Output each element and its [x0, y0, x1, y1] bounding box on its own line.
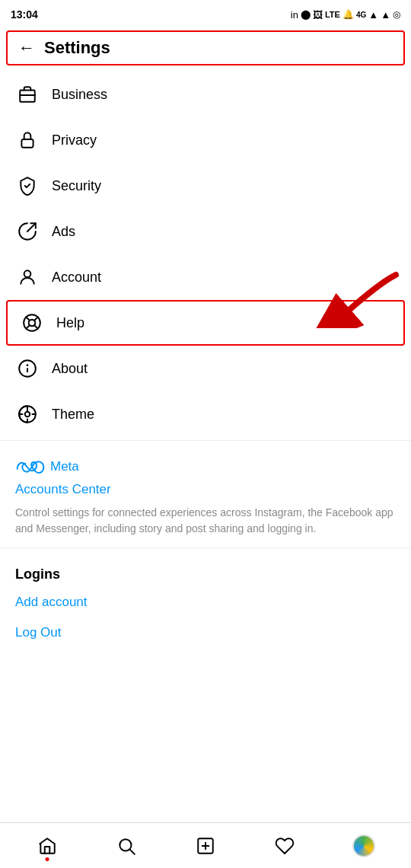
settings-menu: Business Privacy Security: [0, 72, 411, 437]
profile-avatar: [352, 834, 375, 857]
menu-item-ads[interactable]: Ads: [0, 209, 411, 254]
nav-profile[interactable]: [346, 828, 382, 864]
divider: [0, 440, 411, 441]
theme-icon: [15, 402, 40, 426]
svg-rect-0: [20, 91, 35, 102]
svg-point-3: [24, 270, 31, 277]
settings-header: ← Settings: [6, 30, 405, 65]
help-icon: [20, 311, 44, 335]
privacy-icon: [15, 128, 40, 152]
signal2-icon: ▲: [381, 9, 390, 21]
menu-item-security[interactable]: Security: [0, 163, 411, 209]
menu-item-help[interactable]: Help: [6, 300, 405, 346]
meta-description: Control settings for connected experienc…: [15, 505, 396, 537]
lte-icon: LTE: [325, 10, 340, 19]
status-time: 13:04: [11, 8, 38, 21]
svg-line-8: [35, 326, 38, 329]
image-icon: 🖼: [313, 9, 323, 21]
account-icon: [15, 265, 40, 289]
logout-link[interactable]: Log Out: [15, 625, 396, 640]
divider-2: [0, 547, 411, 548]
svg-rect-2: [21, 139, 33, 148]
privacy-label: Privacy: [52, 132, 97, 148]
accounts-center-link[interactable]: Accounts Center: [15, 482, 396, 497]
logins-section: Logins Add account Log Out: [0, 551, 411, 640]
ads-icon: [15, 219, 40, 244]
bottom-navigation: [0, 822, 411, 868]
4g-icon: 4G: [356, 11, 366, 19]
svg-line-9: [26, 326, 29, 329]
home-icon: [37, 836, 57, 856]
svg-line-6: [26, 317, 29, 320]
back-button[interactable]: ←: [18, 38, 35, 58]
menu-item-business[interactable]: Business: [0, 72, 411, 117]
logins-title: Logins: [15, 566, 396, 582]
add-post-icon: [196, 836, 215, 856]
nav-add-post[interactable]: [187, 828, 224, 864]
meta-section: Meta Accounts Center Control settings fo…: [0, 444, 411, 544]
theme-label: Theme: [52, 407, 94, 423]
search-icon: [116, 836, 136, 856]
signal-icon: ▲: [368, 9, 378, 21]
page-title: Settings: [44, 38, 110, 58]
about-icon: [15, 356, 40, 381]
security-label: Security: [52, 178, 101, 194]
account-label: Account: [52, 270, 101, 286]
add-account-link[interactable]: Add account: [15, 595, 396, 610]
business-icon: [15, 82, 40, 107]
circle-icon: ⬤: [301, 9, 311, 20]
about-label: About: [52, 361, 88, 377]
status-bar: 13:04 in ⬤ 🖼 LTE 🔔 4G ▲ ▲ ◎: [0, 0, 411, 27]
status-icons: in ⬤ 🖼 LTE 🔔 4G ▲ ▲ ◎: [291, 9, 400, 21]
menu-item-privacy[interactable]: Privacy: [0, 117, 411, 163]
security-icon: [15, 174, 40, 198]
business-label: Business: [52, 87, 107, 103]
ads-label: Ads: [52, 224, 75, 240]
meta-brand-text: Meta: [50, 459, 79, 474]
battery-icon: ◎: [393, 9, 400, 20]
help-label: Help: [56, 315, 84, 331]
nav-home[interactable]: [29, 828, 65, 864]
linkedin-icon: in: [291, 9, 298, 21]
svg-line-17: [130, 849, 135, 854]
nav-activity[interactable]: [266, 828, 303, 864]
home-active-dot: [46, 857, 49, 861]
heart-icon: [275, 836, 295, 856]
svg-line-7: [35, 317, 38, 320]
menu-item-account[interactable]: Account: [0, 254, 411, 300]
menu-item-about[interactable]: About: [0, 346, 411, 391]
meta-logo-row: Meta: [15, 459, 396, 474]
meta-logo-svg: [15, 459, 46, 474]
menu-item-theme[interactable]: Theme: [0, 391, 411, 437]
nav-search[interactable]: [108, 828, 145, 864]
mute-icon: 🔔: [342, 9, 354, 20]
